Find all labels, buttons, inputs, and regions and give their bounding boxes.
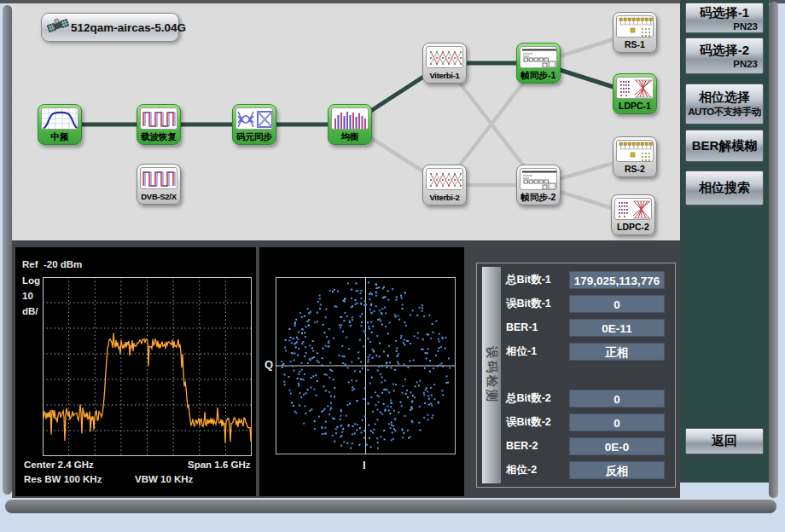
- q-axis-label: Q: [265, 358, 273, 371]
- trellis-icon: [426, 46, 463, 68]
- spectrum-curve-icon: [41, 107, 78, 130]
- i-axis-label: I: [363, 459, 366, 471]
- flow-node-if[interactable]: 中频: [38, 104, 82, 145]
- flow-node-viterbi-2[interactable]: Viterbi-2: [422, 165, 467, 205]
- frame-structure-icon: [520, 46, 557, 68]
- flow-node-carrier-recovery[interactable]: 载波恢复: [137, 104, 181, 145]
- trellis-icon: [426, 168, 463, 190]
- phase-2-label: 相位-2: [506, 461, 569, 479]
- phase-2-value: 反相: [569, 461, 665, 479]
- total-bits-1-label: 总Bit数-1: [506, 271, 569, 289]
- ber-detect-side-label: 误码检测: [482, 267, 501, 483]
- phase-1-value: 正相: [569, 343, 665, 361]
- code-select-1-button[interactable]: 码选择-1 PN23: [685, 3, 764, 33]
- rs-code-icon: [616, 15, 654, 38]
- flow-node-ldpc-1[interactable]: LDPC-1: [613, 73, 657, 114]
- ber-1-label: BER-1: [506, 319, 569, 337]
- phase-1-label: 相位-1: [506, 343, 569, 361]
- constellation-plot: [276, 277, 456, 454]
- rs-code-icon: [616, 140, 654, 162]
- phase-select-button[interactable]: 相位选择 AUTO不支持手动: [685, 84, 764, 124]
- squarewave-icon: [140, 167, 177, 189]
- vbw-label: VBW 10 KHz: [135, 474, 193, 484]
- flow-node-dvb-s2x[interactable]: DVB-S2/X: [137, 164, 181, 205]
- spectrum-grid: [43, 277, 252, 456]
- constellation-panel: Q I: [259, 247, 464, 496]
- flow-node-framesync-2[interactable]: 帧同步-2: [516, 165, 561, 205]
- db-per-div-value: 10: [22, 291, 33, 301]
- spectrum-panel: Ref -20 dBm Log 10 dB/ Center 2.4 GHz Sp…: [15, 247, 256, 496]
- signal-source-label: 512qam-aircas-5.04G: [71, 21, 186, 34]
- total-bits-2-label: 总Bit数-2: [506, 390, 569, 408]
- center-freq-label: Center 2.4 GHz: [24, 460, 94, 470]
- control-panel: 码选择-1 PN23 码选择-2 PN23 相位选择 AUTO不支持手动 BER…: [680, 0, 769, 483]
- ber-2-value: 0E-0: [569, 437, 665, 455]
- flow-node-framesync-1[interactable]: 帧同步-1: [516, 43, 561, 84]
- log-label: Log: [22, 275, 40, 286]
- error-bits-2-label: 误Bit数-2: [506, 413, 569, 431]
- squarewave-icon: [140, 107, 177, 130]
- signal-flow-diagram: 512qam-aircas-5.04G 中频 载波恢复 码元同步 均衡 DVB-…: [12, 3, 680, 240]
- flow-node-symbol-sync[interactable]: 码元同步: [232, 104, 276, 145]
- frame-structure-icon: [520, 168, 557, 190]
- application-window: 512qam-aircas-5.04G 中频 载波恢复 码元同步 均衡 DVB-…: [0, 0, 785, 532]
- ref-level-label: Ref -20 dBm: [22, 259, 82, 269]
- signal-source-button[interactable]: 512qam-aircas-5.04G: [41, 13, 179, 42]
- flow-node-viterbi-1[interactable]: Viterbi-1: [422, 43, 467, 84]
- back-button[interactable]: 返回: [685, 428, 764, 454]
- ldpc-graph-icon: [616, 77, 654, 99]
- window-frame-bottom: [5, 500, 776, 513]
- flow-node-ldpc-2[interactable]: LDPC-2: [611, 194, 655, 235]
- total-bits-1-value: 179,025,113,776: [569, 271, 665, 289]
- ber-stats-panel: 误码检测 总Bit数-1 179,025,113,776 误Bit数-1 0 B…: [476, 263, 676, 488]
- ldpc-graph-icon: [614, 198, 652, 220]
- error-bits-1-label: 误Bit数-1: [506, 295, 569, 313]
- ber-2-label: BER-2: [506, 437, 569, 455]
- flow-node-rs-2[interactable]: RS-2: [613, 136, 657, 177]
- span-label: Span 1.6 GHz: [188, 460, 251, 470]
- ber-deambiguity-button[interactable]: BER解模糊: [685, 130, 764, 162]
- satellite-icon: [47, 14, 69, 40]
- window-frame-right: [769, 2, 778, 498]
- error-bits-1-value: 0: [569, 295, 665, 313]
- ber-1-value: 0E-11: [569, 319, 665, 337]
- flow-node-rs-1[interactable]: RS-1: [613, 12, 657, 53]
- error-bits-2-value: 0: [569, 413, 665, 431]
- measurement-section: Ref -20 dBm Log 10 dB/ Center 2.4 GHz Sp…: [12, 240, 680, 498]
- code-select-2-button[interactable]: 码选择-2 PN23: [685, 38, 764, 74]
- window-frame-left: [3, 5, 12, 494]
- phase-search-button[interactable]: 相位搜索: [685, 171, 764, 205]
- flow-node-equalizer[interactable]: 均衡: [328, 104, 372, 145]
- total-bits-2-value: 0: [569, 390, 665, 408]
- db-per-div-unit: dB/: [22, 306, 38, 316]
- rbw-label: Res BW 100 KHz: [24, 474, 102, 484]
- eye-diagram-icon: [236, 107, 273, 130]
- bars-icon: [331, 107, 369, 130]
